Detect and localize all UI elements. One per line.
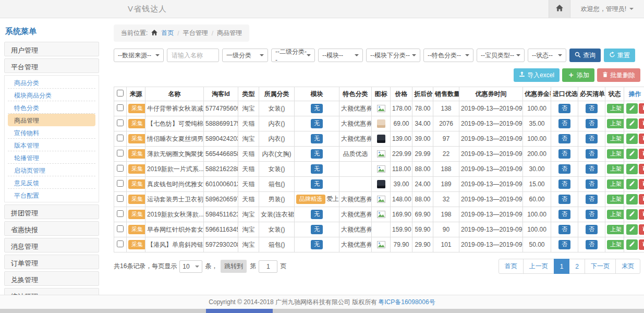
page-button[interactable]: 下一页 — [585, 259, 616, 274]
edit-button[interactable] — [626, 194, 638, 204]
search-button[interactable]: 查询 — [569, 49, 601, 62]
page-button[interactable]: 1 — [554, 259, 570, 274]
scrollbar-thumb[interactable] — [206, 309, 273, 313]
delete-button[interactable] — [639, 209, 644, 220]
toggle-badge[interactable]: 否 — [558, 179, 570, 189]
toggle-badge[interactable]: 否 — [586, 210, 598, 219]
batch-delete-button[interactable]: 批量删除 — [597, 68, 640, 82]
edit-button[interactable] — [626, 239, 638, 250]
icp-link[interactable]: 粤ICP备16098006号 — [378, 298, 435, 307]
edit-button[interactable] — [626, 118, 638, 129]
toggle-badge[interactable]: 否 — [558, 134, 570, 143]
per-page-select[interactable]: 10 — [179, 260, 202, 273]
toggle-badge[interactable]: 否 — [558, 210, 570, 219]
filter-select[interactable]: --状态-- — [528, 49, 566, 62]
sidebar-group[interactable]: 统计管理 — [4, 288, 99, 295]
toggle-badge[interactable]: 否 — [558, 119, 570, 128]
delete-button[interactable] — [639, 118, 644, 129]
row-checkbox[interactable] — [117, 240, 124, 247]
toggle-badge[interactable]: 否 — [586, 119, 598, 128]
filter-select[interactable]: --数据来源-- — [114, 49, 164, 62]
delete-button[interactable] — [639, 103, 644, 114]
row-checkbox[interactable] — [117, 150, 124, 156]
page-button[interactable]: 2 — [569, 259, 585, 274]
delete-button[interactable] — [639, 149, 644, 159]
filter-select[interactable]: 一级分类 — [222, 49, 268, 62]
toggle-badge[interactable]: 否 — [586, 225, 598, 234]
toggle-badge[interactable]: 否 — [558, 149, 570, 159]
edit-button[interactable] — [626, 103, 638, 114]
filter-select[interactable]: --二级分类-- — [271, 49, 315, 62]
select-all-checkbox[interactable] — [117, 90, 124, 97]
edit-button[interactable] — [626, 224, 638, 235]
page-button[interactable]: 末页 — [615, 259, 640, 274]
toggle-badge[interactable]: 否 — [558, 164, 570, 174]
toggle-badge[interactable]: 否 — [558, 104, 570, 113]
sidebar-item[interactable]: 轮播管理 — [8, 151, 95, 164]
row-checkbox[interactable] — [117, 195, 124, 202]
row-checkbox[interactable] — [117, 225, 124, 232]
home-shortcut-button[interactable] — [549, 0, 570, 18]
toggle-badge[interactable]: 否 — [586, 240, 598, 249]
sidebar-item[interactable]: 启动页管理 — [8, 164, 95, 176]
delete-button[interactable] — [639, 194, 644, 204]
row-checkbox[interactable] — [117, 165, 124, 172]
sidebar-group[interactable]: 省惠快报 — [4, 221, 99, 236]
row-checkbox[interactable] — [117, 210, 124, 217]
sidebar-item[interactable]: 商品管理 — [8, 114, 95, 126]
sidebar-group[interactable]: 用户管理 — [4, 42, 99, 56]
row-checkbox[interactable] — [117, 104, 124, 111]
row-checkbox[interactable] — [117, 135, 124, 141]
edit-button[interactable] — [626, 149, 638, 159]
page-button[interactable]: 首页 — [499, 259, 524, 274]
delete-button[interactable] — [639, 134, 644, 144]
toggle-badge[interactable]: 否 — [586, 195, 598, 204]
status-badge: 上架 — [607, 225, 624, 234]
toggle-badge[interactable]: 否 — [586, 104, 598, 113]
breadcrumb-link-home[interactable]: 首页 — [161, 29, 174, 38]
sidebar-group[interactable]: 拼团管理 — [4, 204, 99, 219]
sidebar-item[interactable]: 平台配置 — [8, 189, 95, 201]
edit-button[interactable] — [626, 209, 638, 220]
sidebar-item[interactable]: 意见反馈 — [8, 176, 95, 189]
sidebar-group[interactable]: 兑换管理 — [4, 271, 99, 286]
delete-button[interactable] — [639, 224, 644, 235]
toggle-badge[interactable]: 否 — [586, 179, 598, 189]
sidebar-item[interactable]: 宣传物料 — [8, 126, 95, 139]
edit-icon — [629, 105, 635, 113]
delete-button[interactable] — [639, 239, 644, 250]
reset-button[interactable]: 重置 — [604, 49, 635, 62]
filter-select[interactable]: --特色分类-- — [423, 49, 473, 62]
jump-button[interactable]: 跳转到 — [221, 260, 247, 273]
page-button[interactable]: 上一页 — [523, 259, 554, 274]
sidebar-item[interactable]: 商品分类 — [8, 76, 95, 89]
delete-button[interactable] — [639, 164, 644, 174]
filter-select[interactable]: --模块-- — [318, 49, 363, 62]
filter-select[interactable]: --宝贝类型-- — [477, 49, 525, 62]
delete-button[interactable] — [639, 179, 644, 189]
toggle-badge[interactable]: 否 — [558, 195, 570, 204]
page-number-input[interactable] — [259, 260, 277, 273]
filter-select[interactable]: --模块下分类-- — [366, 49, 420, 62]
row-checkbox[interactable] — [117, 180, 124, 187]
edit-button[interactable] — [626, 179, 638, 189]
name-search-input[interactable] — [167, 49, 219, 62]
edit-button[interactable] — [626, 164, 638, 174]
toggle-badge[interactable]: 否 — [586, 134, 598, 143]
toggle-badge[interactable]: 否 — [558, 225, 570, 234]
import-excel-button[interactable]: 导入excel — [514, 68, 560, 82]
add-button[interactable]: ＋ 添加 — [562, 68, 594, 82]
sidebar-group[interactable]: 消息管理 — [4, 238, 99, 252]
row-checkbox[interactable] — [117, 119, 124, 126]
sidebar-item[interactable]: 模块商品分类 — [8, 89, 95, 101]
sidebar-item[interactable]: 特色分类 — [8, 101, 95, 114]
toggle-badge[interactable]: 否 — [586, 149, 598, 159]
user-menu[interactable]: 欢迎您，管理员! — [570, 0, 644, 18]
toggle-badge[interactable]: 否 — [586, 164, 598, 174]
sidebar-group[interactable]: 平台管理 — [4, 58, 99, 73]
sidebar-item[interactable]: 版本管理 — [8, 139, 95, 151]
sidebar-group[interactable]: 订单管理 — [4, 255, 99, 269]
toggle-badge[interactable]: 否 — [558, 240, 570, 249]
bottom-scrollbar[interactable] — [0, 309, 644, 313]
edit-button[interactable] — [626, 134, 638, 144]
